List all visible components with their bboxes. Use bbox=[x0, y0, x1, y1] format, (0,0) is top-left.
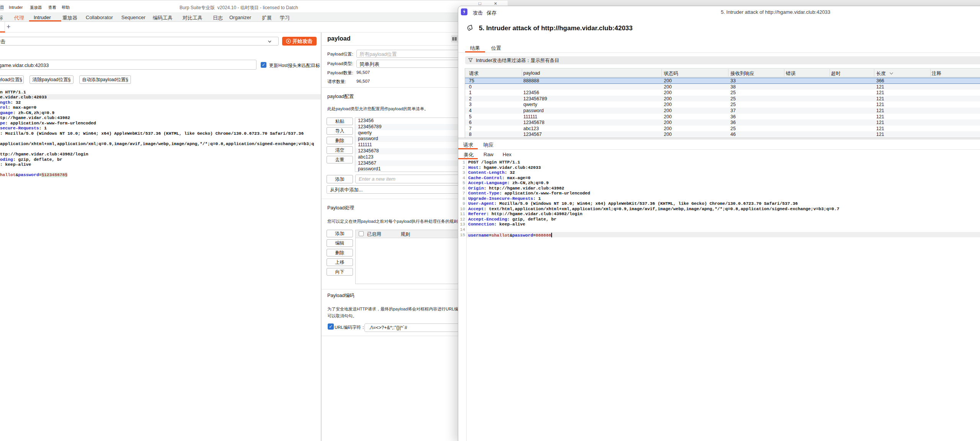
column-header-注释[interactable]: 注释 bbox=[932, 70, 941, 77]
result-cell: abc123 bbox=[523, 126, 539, 131]
request-positions-editor[interactable]: POST /login HTTP/1.1Host: hgame.vidar.cl… bbox=[0, 88, 321, 441]
result-cell: 121 bbox=[876, 84, 884, 90]
main-tab-Organizer[interactable]: Organizer bbox=[229, 15, 251, 20]
main-tab-学习[interactable]: 学习 bbox=[280, 15, 290, 21]
attack-tab-结果[interactable]: 结果 bbox=[470, 45, 480, 52]
mode-tab-Hex[interactable]: Hex bbox=[503, 152, 511, 157]
result-row[interactable]: 8123456720046121 bbox=[465, 131, 980, 137]
auto-add-payload-position-button[interactable]: 自动添加payload位置§ bbox=[79, 75, 131, 84]
main-tab-Sequencer[interactable]: Sequencer bbox=[121, 15, 145, 20]
request-line: Accept-Language: zh-CN,zh;q=0.9 bbox=[468, 181, 549, 186]
maximize-icon[interactable]: □ bbox=[479, 1, 481, 6]
request-line: Referer: http://hgame.vidar.club:43982/l… bbox=[468, 212, 582, 217]
url-encode-chars-value: ./\=<>?+&*;:"{}|^`# bbox=[369, 325, 407, 330]
screen: 项目Intruder重放器查看帮助 Burp Suite专业版 v2024.10… bbox=[0, 0, 980, 441]
result-row[interactable]: 112345620025121 bbox=[465, 90, 980, 96]
attack-tab-位置[interactable]: 位置 bbox=[491, 45, 501, 52]
processing-button-添加[interactable]: 添加 bbox=[327, 230, 353, 237]
target-input[interactable]: http://hgame.vidar.club:42033 bbox=[0, 60, 256, 70]
attack-menu-攻击[interactable]: 攻击 bbox=[473, 10, 483, 16]
attack-type-select[interactable]: 狙击手攻击 bbox=[0, 37, 279, 46]
main-tab-代理[interactable]: 代理 bbox=[14, 15, 24, 21]
close-icon[interactable]: ✕ bbox=[494, 1, 497, 6]
menu-item[interactable]: Intruder bbox=[9, 5, 23, 10]
column-header-状态码[interactable]: 状态码 bbox=[664, 70, 678, 77]
selected-line-highlight bbox=[0, 94, 321, 100]
payload-list-button-删除[interactable]: 删除 bbox=[327, 137, 353, 144]
result-row[interactable]: 020038121 bbox=[465, 84, 980, 90]
result-cell: 25 bbox=[730, 96, 736, 101]
processing-button-编辑[interactable]: 编辑 bbox=[327, 239, 353, 247]
result-row[interactable]: 7588888820033366 bbox=[465, 78, 980, 84]
column-separator[interactable] bbox=[830, 69, 830, 77]
add-subtab-button[interactable]: + bbox=[7, 23, 11, 31]
result-cell: 75 bbox=[469, 78, 474, 83]
result-row[interactable]: 4password20037121 bbox=[465, 108, 980, 114]
request-line: Connection: keep-alive bbox=[468, 222, 525, 227]
mode-tab-美化[interactable]: 美化 bbox=[464, 152, 474, 158]
url-encode-checkbox[interactable]: ✓ bbox=[328, 323, 334, 330]
menu-item[interactable]: 查看 bbox=[48, 5, 56, 10]
collapse-panel-icon[interactable] bbox=[451, 35, 458, 42]
menu-item[interactable]: 重放器 bbox=[30, 5, 42, 10]
splitter[interactable] bbox=[458, 138, 980, 140]
request-count-label: 请求数量: bbox=[327, 79, 346, 85]
request-line: Origin: http://hgame.vidar.club:43982 bbox=[468, 186, 564, 191]
processing-button-向下[interactable]: 向下 bbox=[327, 268, 353, 276]
mode-tab-Raw[interactable]: Raw bbox=[483, 152, 493, 157]
payload-type-value: 简单列表 bbox=[359, 61, 379, 68]
processing-button-上移[interactable]: 上移 bbox=[327, 258, 353, 266]
main-tab-目标[interactable]: 目标 bbox=[0, 15, 3, 21]
enabled-checkbox[interactable] bbox=[359, 231, 364, 236]
panel-divider[interactable] bbox=[321, 33, 322, 441]
clear-payload-position-button[interactable]: 清除payload位置§ bbox=[29, 75, 74, 84]
result-row[interactable]: 212345678920025121 bbox=[465, 96, 980, 102]
main-tab-Collaborator[interactable]: Collaborator bbox=[86, 15, 113, 20]
column-separator[interactable] bbox=[784, 69, 784, 77]
main-tab-Intruder[interactable]: Intruder bbox=[34, 15, 51, 20]
result-cell: 7 bbox=[469, 126, 472, 131]
result-cell: password bbox=[523, 108, 544, 113]
payload-list-button-导入[interactable]: 导入 bbox=[327, 127, 353, 135]
column-header-payload[interactable]: payload bbox=[523, 70, 540, 76]
add-payload-position-button[interactable]: 添加payload位置§ bbox=[0, 75, 24, 84]
attack-menu-保存[interactable]: 保存 bbox=[487, 10, 497, 16]
column-header-接收到响应[interactable]: 接收到响应 bbox=[730, 70, 755, 77]
processing-button-删除[interactable]: 删除 bbox=[327, 249, 353, 256]
result-cell: 888888 bbox=[523, 78, 539, 83]
viewer-tab-请求[interactable]: 请求 bbox=[463, 142, 473, 149]
result-row[interactable]: 3qwerty20025121 bbox=[465, 101, 980, 108]
main-tab-扩展[interactable]: 扩展 bbox=[262, 15, 272, 21]
enabled-column-label: 已启用 bbox=[367, 231, 381, 238]
main-tab-编码工具[interactable]: 编码工具 bbox=[153, 15, 173, 21]
update-host-checkbox[interactable]: ✓ bbox=[261, 62, 266, 68]
payload-list-button-清空[interactable]: 清空 bbox=[327, 146, 353, 154]
column-header-请求[interactable]: 请求 bbox=[469, 70, 479, 77]
filter-bar[interactable]: Intruder攻击结果过滤器：显示所有条目 bbox=[465, 56, 980, 64]
column-separator[interactable] bbox=[662, 69, 662, 77]
result-row[interactable]: 61234567820036121 bbox=[465, 119, 980, 126]
viewer-tab-响应[interactable]: 响应 bbox=[483, 142, 493, 149]
main-tab-重放器[interactable]: 重放器 bbox=[62, 15, 77, 21]
result-row[interactable]: 7abc12320025121 bbox=[465, 126, 980, 132]
column-header-错误[interactable]: 错误 bbox=[786, 70, 795, 77]
request-editor-line: Accept-Encoding: gzip, deflate, br bbox=[0, 157, 62, 163]
attack-subtab-fragment[interactable] bbox=[0, 22, 5, 33]
column-header-超时[interactable]: 超时 bbox=[831, 70, 841, 77]
main-tab-对比工具[interactable]: 对比工具 bbox=[183, 15, 203, 21]
payload-list-button-去重[interactable]: 去重 bbox=[327, 156, 353, 163]
result-row[interactable]: 511111120036121 bbox=[465, 114, 980, 120]
column-separator[interactable] bbox=[874, 69, 874, 77]
column-separator[interactable] bbox=[930, 69, 931, 77]
column-separator[interactable] bbox=[522, 69, 522, 77]
menu-item[interactable]: 帮助 bbox=[62, 5, 70, 10]
add-payload-item-button[interactable]: 添加 bbox=[327, 175, 353, 183]
payload-list-button-粘贴[interactable]: 粘贴 bbox=[327, 118, 353, 125]
header-divider bbox=[458, 52, 980, 53]
column-separator[interactable] bbox=[728, 69, 728, 77]
start-attack-button[interactable]: 开始攻击 bbox=[282, 37, 317, 46]
results-table-header[interactable]: 请求payload状态码接收到响应错误超时长度注释 bbox=[465, 68, 980, 77]
menu-item[interactable]: 项目 bbox=[0, 5, 4, 10]
main-tab-日志[interactable]: 日志 bbox=[213, 15, 223, 21]
column-header-长度[interactable]: 长度 bbox=[876, 70, 886, 77]
